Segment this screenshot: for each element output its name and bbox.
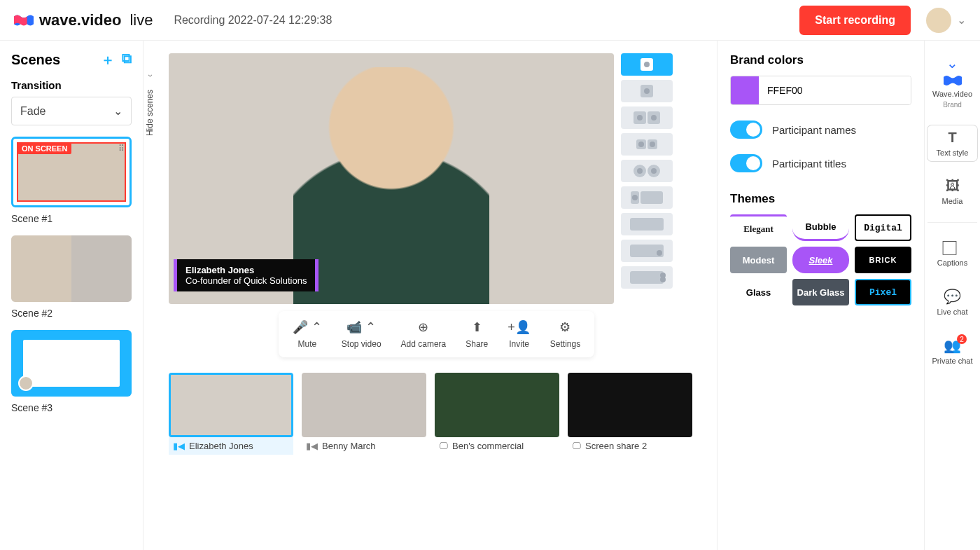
scene-label: Scene #1 bbox=[11, 213, 132, 224]
brand-colors-title: Brand colors bbox=[730, 53, 911, 67]
color-input[interactable] bbox=[759, 76, 911, 104]
transition-value: Fade bbox=[20, 105, 46, 118]
mute-button[interactable]: 🎤 ⌃Mute bbox=[293, 319, 322, 349]
rail-captions[interactable]: ⃞Captions bbox=[927, 235, 977, 271]
chevron-down-icon: ⌄ bbox=[113, 104, 122, 118]
rail-private-chat[interactable]: 👥Private chat bbox=[927, 333, 977, 369]
theme-option[interactable]: BRICK bbox=[855, 247, 911, 273]
scene-card[interactable]: Scene #2 bbox=[11, 235, 132, 319]
layout-strip bbox=[621, 53, 673, 304]
theme-option[interactable]: Bubble bbox=[792, 214, 849, 241]
participant-tile[interactable]: ▮◀Elizabeth Jones bbox=[169, 373, 293, 455]
add-scene-icon[interactable]: ＋ bbox=[101, 50, 115, 69]
transition-select[interactable]: Fade ⌄ bbox=[11, 97, 132, 125]
theme-option[interactable]: Modest bbox=[730, 247, 787, 273]
recording-title: Recording 2022-07-24 12:29:38 bbox=[174, 14, 332, 27]
layout-option[interactable] bbox=[621, 53, 673, 76]
duplicate-scene-icon[interactable]: ⧉ bbox=[122, 50, 132, 69]
camera-icon: ▮◀ bbox=[306, 441, 318, 451]
participant-tile[interactable]: ▮◀Benny March bbox=[302, 373, 426, 455]
layout-option[interactable] bbox=[621, 240, 673, 262]
lower-third: Elizabeth Jones Co-founder of Quick Solu… bbox=[177, 259, 315, 291]
transition-title: Transition bbox=[11, 79, 132, 91]
theme-option[interactable]: Sleek bbox=[792, 247, 849, 273]
share-button[interactable]: ⬆︎Share bbox=[465, 319, 488, 349]
theme-option[interactable]: Elegant bbox=[730, 214, 787, 241]
color-swatch[interactable] bbox=[731, 76, 759, 104]
drag-handle-icon[interactable]: ⠿ bbox=[118, 144, 125, 153]
participant-tile[interactable]: 🖵Ben's commercial bbox=[435, 373, 559, 455]
logo[interactable]: wave.video live bbox=[14, 11, 153, 29]
stop-video-button[interactable]: 📹 ⌃Stop video bbox=[342, 319, 382, 349]
layout-option[interactable] bbox=[621, 213, 673, 235]
themes-title: Themes bbox=[730, 192, 911, 206]
participant-tile[interactable]: 🖵Screen share 2 bbox=[568, 373, 692, 455]
collapse-scenes-chevron[interactable]: ‹ bbox=[145, 74, 155, 77]
scene-label: Scene #2 bbox=[11, 308, 132, 319]
layout-option[interactable] bbox=[621, 106, 673, 129]
screen-icon: 🖵 bbox=[439, 441, 448, 451]
screen-icon: 🖵 bbox=[572, 441, 581, 451]
layout-option[interactable] bbox=[621, 266, 673, 289]
settings-button[interactable]: ⚙Settings bbox=[550, 319, 580, 349]
rail-media[interactable]: 🖼Media bbox=[927, 174, 977, 209]
theme-option[interactable]: Glass bbox=[730, 279, 787, 305]
scenes-title: Scenes bbox=[11, 52, 60, 68]
rail-live-chat[interactable]: 💬Live chat bbox=[927, 284, 977, 320]
participant-names-label: Participant names bbox=[772, 124, 856, 136]
add-camera-button[interactable]: ⊕Add camera bbox=[401, 319, 447, 349]
participant-titles-toggle[interactable] bbox=[730, 154, 762, 172]
user-avatar[interactable] bbox=[926, 8, 951, 33]
participant-names-toggle[interactable] bbox=[730, 121, 762, 139]
controls-bar: 🎤 ⌃Mute 📹 ⌃Stop video ⊕Add camera ⬆︎Shar… bbox=[279, 311, 594, 357]
user-menu-chevron[interactable]: ⌄ bbox=[957, 13, 966, 27]
layout-option[interactable] bbox=[621, 160, 673, 182]
lower-third-name: Elizabeth Jones bbox=[186, 265, 307, 275]
onscreen-badge: ON SCREEN bbox=[18, 143, 71, 154]
participant-titles-label: Participant titles bbox=[772, 158, 846, 170]
rail-text-style[interactable]: TText style bbox=[927, 125, 977, 161]
camera-icon: ▮◀ bbox=[173, 441, 185, 451]
rail-brand[interactable]: ⌄ Wave.video Brand bbox=[927, 50, 977, 113]
invite-button[interactable]: +👤Invite bbox=[507, 319, 531, 349]
main-video: Elizabeth Jones Co-founder of Quick Solu… bbox=[169, 53, 614, 304]
theme-option[interactable]: Pixel bbox=[855, 279, 911, 305]
layout-option[interactable] bbox=[621, 80, 673, 102]
layout-option[interactable] bbox=[621, 133, 673, 156]
scene-card[interactable]: ON SCREEN ⠿ Scene #1 bbox=[11, 137, 132, 224]
lower-third-title: Co-founder of Quick Solutions bbox=[186, 275, 307, 286]
brand-suffix: live bbox=[130, 11, 153, 29]
theme-option[interactable]: Dark Glass bbox=[792, 279, 849, 305]
brand-text: wave.video bbox=[39, 11, 121, 29]
hide-scenes-label: Hide scenes bbox=[145, 90, 155, 136]
layout-option[interactable] bbox=[621, 186, 673, 209]
start-recording-button[interactable]: Start recording bbox=[799, 6, 911, 35]
theme-option[interactable]: Digital bbox=[855, 214, 911, 241]
scene-label: Scene #3 bbox=[11, 402, 132, 413]
scene-card[interactable]: Scene #3 bbox=[11, 330, 132, 413]
